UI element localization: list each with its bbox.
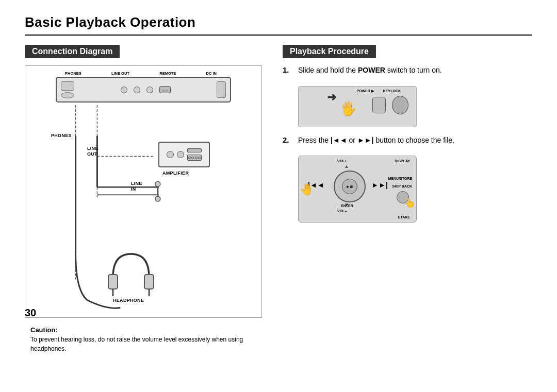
amplifier-label: AMPLIFIER [162,171,189,176]
page-title: Basic Playback Operation [25,14,532,30]
port-label-phones: PHONES [65,71,81,76]
control-panel-image: DISPLAY VOL+ ▲ VOL– ▼ |◄◄ ►►| ►/II [298,156,532,223]
page-number: 30 [25,307,36,319]
step-1-text: Slide and hold the POWER switch to turn … [298,65,442,76]
line-in-label: LINEIN [131,181,142,192]
port-label-remote: REMOTE [159,71,176,76]
headphone-label: HEADPHONE [113,298,144,303]
svg-point-4 [155,181,160,186]
connection-diagram-box: PHONES LINE OUT REMOTE DC IN [25,65,262,318]
caution-title: Caution: [30,326,256,334]
step-1: 1. Slide and hold the POWER switch to tu… [283,65,532,76]
step-2: 2. Press the |◄◄ or ►►| button to choose… [283,135,532,146]
line-out-label: LINEOUT [87,146,99,157]
caution-section: Caution: To prevent hearing loss, do not… [30,326,256,353]
power-switch-image: ➜ POWER ▶ KEYLOCK 🖐 [298,86,532,127]
step-1-number: 1. [283,65,293,74]
left-column: Connection Diagram PHONES LINE OUT REMOT… [25,45,262,318]
svg-point-5 [155,196,160,201]
right-column: Playback Procedure 1. Slide and hold the… [283,45,532,318]
connection-diagram-header: Connection Diagram [25,45,120,58]
phones-label: PHONES [51,133,72,138]
step-2-text: Press the |◄◄ or ►►| button to choose th… [298,135,454,146]
svg-rect-7 [144,275,154,289]
title-divider [25,35,532,36]
playback-procedure-header: Playback Procedure [283,45,376,58]
port-label-dcin: DC IN [206,71,217,76]
port-label-lineout: LINE OUT [111,71,129,76]
headphone-icon [105,249,157,299]
svg-rect-6 [108,275,118,289]
amplifier-box [158,142,210,167]
step-2-number: 2. [283,135,293,144]
caution-text: To prevent hearing loss, do not raise th… [30,335,256,353]
